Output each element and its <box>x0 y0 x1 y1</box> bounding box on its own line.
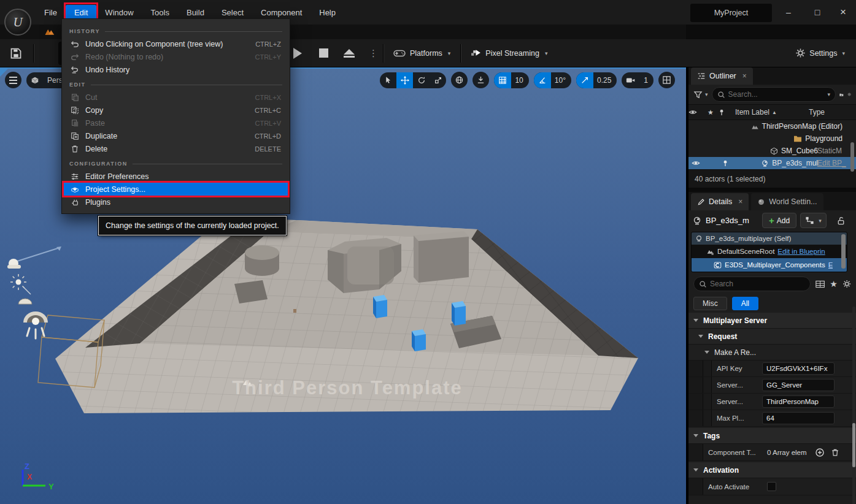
favorites-star-icon[interactable]: ★ <box>830 279 838 289</box>
outliner-scrollbar[interactable] <box>850 142 854 172</box>
outliner-settings-gear-icon[interactable] <box>847 90 851 99</box>
blueprint-edit-button[interactable]: ▾ <box>800 213 827 228</box>
section-tags[interactable]: Tags <box>688 428 856 444</box>
server-name-field[interactable] <box>762 379 835 391</box>
viewport-menu-button[interactable] <box>5 72 21 88</box>
menu-file[interactable]: File <box>36 5 66 20</box>
select-tool-button[interactable] <box>380 72 396 88</box>
tab-outliner[interactable]: Outliner × <box>691 67 753 85</box>
blue-cube <box>412 329 426 351</box>
menu-item-undo-history[interactable]: Undo History <box>62 63 290 76</box>
add-component-button[interactable]: + Add <box>762 213 796 228</box>
outliner-row-smcube6[interactable]: SM_Cube6 StaticM <box>688 145 856 157</box>
component-row-e3ds-multiplayer[interactable]: E3DS_Multiplayer_Components E <box>692 258 847 272</box>
menu-tools[interactable]: Tools <box>142 5 178 20</box>
auto-activate-checkbox[interactable] <box>767 482 776 491</box>
edit-link[interactable]: E <box>828 261 833 269</box>
tab-details[interactable]: Details × <box>691 193 749 210</box>
menu-item-duplicate[interactable]: Duplicate CTRL+D <box>62 129 290 142</box>
close-icon[interactable]: × <box>742 72 747 80</box>
edit-bp-link[interactable]: Edit BP_ <box>817 159 852 167</box>
close-icon[interactable]: × <box>738 197 742 206</box>
filter-button[interactable]: ▾ <box>693 90 708 99</box>
star-column-icon[interactable]: ★ <box>703 109 718 116</box>
details-search-input[interactable] <box>710 280 805 288</box>
panel-divider[interactable] <box>686 67 687 504</box>
world-local-toggle[interactable] <box>451 72 468 88</box>
platforms-dropdown[interactable]: Platforms ▾ <box>384 48 460 58</box>
scale-snap-control[interactable]: 0.25 <box>576 72 617 88</box>
menu-item-delete[interactable]: Delete DELETE <box>62 142 290 155</box>
filter-all-button[interactable]: All <box>732 297 758 310</box>
section-request[interactable]: Request <box>688 329 856 345</box>
details-search[interactable] <box>693 277 811 291</box>
camera-speed-control[interactable]: 1 <box>622 72 654 88</box>
move-tool-button[interactable] <box>396 72 413 88</box>
panel-splitter[interactable] <box>688 188 856 192</box>
component-row-self[interactable]: BP_e3ds_multiplayer (Self) <box>692 232 847 245</box>
menu-item-cut[interactable]: Cut CTRL+X <box>62 91 290 104</box>
grid-snap-control[interactable]: 10 <box>494 72 528 88</box>
edit-in-blueprint-link[interactable]: Edit in Blueprin <box>777 248 825 255</box>
outliner-row-bp-e3ds-selected[interactable]: BP_e3ds_mul Edit BP_ <box>688 157 856 169</box>
details-scrollbar-track[interactable] <box>852 307 855 504</box>
menu-item-project-settings[interactable]: Project Settings... <box>62 183 290 196</box>
component-row-scene-root[interactable]: DefaultSceneRoot Edit in Blueprin <box>692 245 847 258</box>
layout-grid-icon <box>662 75 671 85</box>
menu-help[interactable]: Help <box>310 5 344 20</box>
eject-button[interactable] <box>338 43 360 64</box>
details-settings-gear-icon[interactable] <box>843 279 851 289</box>
surface-snapping-button[interactable] <box>472 72 489 88</box>
menu-item-undo[interactable]: Undo Clicking on Component (tree view) C… <box>62 37 290 50</box>
menu-item-plugins[interactable]: Plugins <box>62 196 290 208</box>
save-button[interactable] <box>5 43 27 64</box>
maximize-button[interactable]: □ <box>804 0 831 25</box>
blueprint-pawn-icon <box>761 159 769 167</box>
details-scrollbar-thumb[interactable] <box>852 423 855 467</box>
angle-snap-control[interactable]: 10° <box>534 72 571 88</box>
close-button[interactable]: × <box>830 0 856 25</box>
pin-column-icon[interactable] <box>718 109 733 116</box>
settings-dropdown[interactable]: Settings ▾ <box>795 48 856 58</box>
menu-edit[interactable]: Edit <box>66 5 96 20</box>
filter-misc-button[interactable]: Misc <box>693 297 727 310</box>
outliner-row-playground[interactable]: Playground <box>688 132 856 145</box>
menu-item-editor-preferences[interactable]: Editor Preferences <box>62 170 290 183</box>
menu-window[interactable]: Window <box>96 5 142 20</box>
minimize-button[interactable]: – <box>775 0 802 25</box>
scale-tool-button[interactable] <box>430 72 446 88</box>
section-activation[interactable]: Activation <box>688 462 856 478</box>
menu-component[interactable]: Component <box>252 5 310 20</box>
display-options-icon[interactable] <box>816 280 825 289</box>
lock-open-icon[interactable] <box>836 216 846 226</box>
menu-build[interactable]: Build <box>178 5 213 20</box>
play-options-button[interactable]: ⋮ <box>364 48 383 59</box>
menu-item-paste[interactable]: Paste CTRL+V <box>62 116 290 129</box>
outliner-search[interactable]: ▾ <box>712 87 836 102</box>
viewport-layout-button[interactable] <box>658 72 675 88</box>
max-players-field[interactable] <box>762 412 835 424</box>
menu-item-copy[interactable]: Copy CTRL+C <box>62 104 290 116</box>
component-scrollbar[interactable] <box>841 234 846 269</box>
menu-item-redo[interactable]: Redo (Nothing to redo) CTRL+Y <box>62 50 290 63</box>
visibility-column-eye-icon[interactable] <box>688 108 703 116</box>
pixel-streaming-dropdown[interactable]: Pixel Streaming ▾ <box>461 48 557 58</box>
eye-icon[interactable] <box>688 159 703 167</box>
add-folder-icon[interactable] <box>839 90 844 99</box>
section-make-a-request[interactable]: Make A Re... <box>688 345 856 361</box>
type-column-header[interactable]: Type <box>809 108 825 116</box>
rotate-tool-button[interactable] <box>413 72 430 88</box>
add-element-icon[interactable] <box>815 448 825 457</box>
tab-world-settings[interactable]: World Settin... <box>751 193 823 210</box>
pin-icon[interactable] <box>718 159 733 167</box>
stop-button[interactable] <box>312 43 334 64</box>
item-label-column-header[interactable]: Item Label <box>735 108 769 116</box>
menu-select[interactable]: Select <box>213 5 252 20</box>
trash-icon[interactable] <box>831 448 839 457</box>
outliner-search-input[interactable] <box>728 90 823 99</box>
outliner-row-thirdpersonmap[interactable]: ThirdPersonMap (Editor) <box>688 120 856 132</box>
api-key-field[interactable] <box>762 362 835 375</box>
section-multiplayer-server[interactable]: Multiplayer Server <box>688 313 856 329</box>
server-map-field[interactable] <box>762 395 835 408</box>
unreal-logo-icon[interactable]: U <box>4 9 31 36</box>
